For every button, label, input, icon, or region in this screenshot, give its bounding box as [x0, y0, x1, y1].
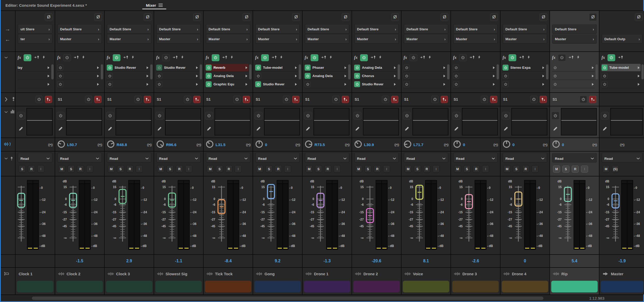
effect-menu-arrow[interactable]	[592, 75, 594, 77]
arm-record-button[interactable]: R	[522, 166, 529, 173]
effect-power-button[interactable]	[156, 73, 162, 79]
fx-power-button[interactable]	[360, 54, 368, 61]
arm-record-button[interactable]: R	[324, 166, 331, 173]
effect-power-button[interactable]	[255, 73, 261, 79]
phase-invert-button[interactable]: Ø	[144, 13, 152, 21]
send-prefader-button[interactable]	[45, 96, 52, 103]
pan-value[interactable]: L71.7	[413, 142, 423, 147]
fader-track[interactable]	[267, 179, 275, 253]
fx-power-button[interactable]	[24, 54, 31, 61]
fx-power-button[interactable]	[410, 54, 417, 61]
track-name-row[interactable]: Slowest Sig	[154, 267, 203, 280]
effect-menu-arrow[interactable]	[97, 75, 99, 77]
volume-value[interactable]: 9.2	[253, 254, 302, 267]
effect-power-button[interactable]	[552, 81, 558, 87]
input-select[interactable]: Default Stere›	[503, 24, 547, 34]
output-select[interactable]: Master›	[255, 34, 300, 44]
pan-knob[interactable]	[354, 140, 362, 149]
effect-power-button[interactable]	[305, 65, 311, 71]
effect-power-button[interactable]	[354, 81, 360, 87]
volume-fader-handle[interactable]	[366, 208, 374, 223]
effects-scrollbar[interactable]	[200, 64, 202, 79]
effect-power-button[interactable]	[57, 73, 63, 79]
effect-menu-arrow[interactable]	[493, 75, 495, 77]
freeze-icon[interactable]	[329, 55, 332, 60]
volume-fader-handle[interactable]	[514, 191, 523, 207]
track-name-row[interactable]: Drone 1	[303, 267, 352, 280]
eq-edit-icon[interactable]	[454, 126, 459, 132]
effect-power-button[interactable]	[206, 81, 212, 87]
input-select[interactable]: Default Stere›	[156, 24, 201, 34]
send-power-button[interactable]	[530, 96, 538, 103]
effect-slot[interactable]	[57, 64, 100, 72]
fader-track[interactable]	[611, 179, 620, 253]
pan-automation-icon[interactable]: ((•))	[543, 143, 547, 147]
output-select[interactable]: Master›	[107, 34, 151, 44]
volume-fader-handle[interactable]	[612, 193, 620, 208]
track-color-bar[interactable]	[56, 281, 103, 292]
monitor-input-button[interactable]: I	[284, 166, 291, 173]
eq-curve-display[interactable]	[26, 108, 53, 135]
effect-slot[interactable]	[503, 80, 545, 88]
track-color-bar[interactable]	[254, 281, 301, 292]
pan-automation-icon[interactable]: ((•))	[295, 143, 300, 147]
effect-power-button[interactable]	[305, 81, 311, 87]
track-name-row[interactable]: Clock 3	[105, 267, 154, 280]
monitor-input-button[interactable]: I	[532, 166, 539, 173]
send-prefader-button[interactable]	[589, 96, 596, 103]
eq-collapse-icon[interactable]	[4, 109, 8, 114]
phase-invert-button[interactable]: Ø	[540, 13, 547, 21]
eq-edit-icon[interactable]	[58, 126, 63, 132]
fx-power-button[interactable]	[162, 54, 170, 61]
track-name-row[interactable]: Tick Tock	[204, 267, 253, 280]
arm-record-button[interactable]: R	[572, 166, 579, 173]
fader-track[interactable]	[366, 179, 374, 253]
phase-invert-button[interactable]: Ø	[193, 13, 201, 21]
fader-track[interactable]	[17, 179, 26, 253]
track-color-bar[interactable]	[551, 281, 598, 292]
eq-power-button[interactable]	[552, 112, 559, 120]
eq-power-button[interactable]	[601, 112, 609, 120]
output-select[interactable]: Master›	[58, 34, 102, 44]
track-name-row[interactable]: Clock 1	[16, 267, 55, 280]
fader-track[interactable]	[168, 179, 176, 253]
effect-power-button[interactable]	[453, 65, 459, 71]
solo-button[interactable]: S	[513, 166, 520, 173]
solo-button[interactable]: S	[167, 166, 174, 173]
effect-menu-arrow[interactable]	[246, 75, 247, 77]
track-color-bar[interactable]	[304, 281, 350, 292]
effect-slot[interactable]	[404, 64, 446, 72]
clip-indicator[interactable]	[27, 181, 38, 184]
fx-power-button[interactable]	[509, 54, 516, 61]
monitor-input-button[interactable]: I	[383, 166, 390, 173]
effect-slot[interactable]: Analog Dela	[206, 72, 248, 80]
track-name-row[interactable]: Rip	[550, 267, 599, 280]
effect-menu-arrow[interactable]	[394, 66, 396, 69]
automation-mode-select[interactable]: Read	[453, 153, 498, 162]
mute-button[interactable]: M	[553, 166, 560, 173]
arm-record-button[interactable]: R	[126, 166, 133, 173]
fx-power-button[interactable]	[212, 54, 219, 61]
pan-value[interactable]: 0	[512, 142, 514, 147]
mute-button[interactable]: M	[504, 166, 511, 173]
prefader-icon[interactable]	[370, 55, 376, 60]
eq-power-button[interactable]	[17, 112, 25, 120]
pan-automation-icon[interactable]: ((•))	[620, 143, 625, 147]
clip-indicator[interactable]	[178, 181, 189, 184]
effect-power-button[interactable]	[552, 65, 558, 71]
effect-menu-arrow[interactable]	[592, 66, 594, 69]
effect-slot[interactable]	[552, 80, 595, 88]
effect-menu-arrow[interactable]	[196, 66, 198, 69]
mute-button[interactable]: M	[355, 166, 362, 173]
effect-power-button[interactable]	[453, 81, 459, 87]
output-select[interactable]: Master›	[206, 34, 250, 44]
effect-power-button[interactable]	[206, 65, 212, 71]
input-select[interactable]: Default Stere›	[305, 24, 349, 34]
eq-edit-icon[interactable]	[18, 126, 24, 132]
pan-automation-icon[interactable]: ((•))	[394, 143, 399, 147]
effects-scrollbar[interactable]	[51, 64, 54, 79]
arm-record-button[interactable]: R	[225, 166, 232, 173]
effect-menu-arrow[interactable]	[638, 75, 640, 77]
eq-curve-display[interactable]	[511, 108, 547, 135]
solo-button[interactable]: S	[414, 166, 421, 173]
